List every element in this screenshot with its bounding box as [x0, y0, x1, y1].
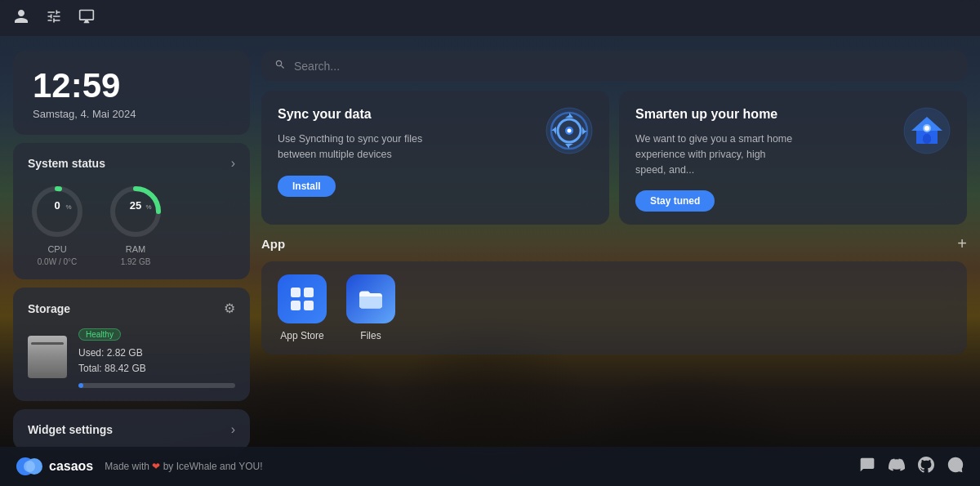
app-section-title: App: [261, 237, 285, 251]
syncthing-icon: [546, 107, 593, 158]
svg-text:%: %: [65, 203, 71, 211]
files-item[interactable]: Files: [346, 274, 395, 341]
casaos-wordmark: casaos: [49, 459, 93, 474]
app-store-icon: [278, 274, 327, 323]
chat-bubble-icon[interactable]: [947, 457, 964, 477]
left-panel: 12:59 Samstag, 4. Mai 2024 System status…: [13, 51, 250, 486]
sync-card: Sync your data Use Syncthing to sync you…: [261, 91, 609, 225]
svg-point-12: [568, 129, 572, 133]
promo-cards: Sync your data Use Syncthing to sync you…: [261, 91, 967, 225]
storage-widget: Storage ⚙ Healthy Used: 2.82 GB Total: 8…: [13, 288, 250, 401]
ram-sub: 1.92 GB: [121, 257, 151, 266]
svg-point-19: [924, 126, 929, 131]
widget-settings-button[interactable]: Widget settings ›: [13, 409, 250, 450]
github-icon[interactable]: [918, 457, 934, 477]
system-status-title: System status: [28, 157, 105, 170]
storage-info: Healthy Used: 2.82 GB Total: 88.42 GB: [78, 326, 235, 388]
app-grid: App Store Files: [261, 261, 967, 354]
stay-tuned-button[interactable]: Stay tuned: [635, 190, 715, 212]
casaos-logo: casaos: [16, 457, 93, 475]
svg-point-26: [24, 461, 35, 472]
svg-rect-20: [291, 288, 301, 297]
clock-date: Samstag, 4. Mai 2024: [33, 108, 230, 120]
discord-icon[interactable]: [889, 457, 905, 477]
cpu-gauge: 0 % CPU 0.0W / 0°C: [28, 182, 87, 266]
smart-home-desc: We want to give you a smart home experie…: [635, 132, 799, 177]
gear-icon[interactable]: ⚙: [224, 301, 235, 316]
person-icon[interactable]: [13, 8, 29, 29]
storage-bar-track: [78, 383, 235, 388]
svg-rect-23: [304, 301, 314, 310]
bottombar: casaos Made with ❤ by IceWhale and YOU!: [0, 447, 980, 486]
cpu-label: CPU: [47, 244, 66, 254]
casaos-bubble-icon: [16, 457, 42, 475]
smarthome-icon: [903, 107, 951, 158]
svg-rect-17: [923, 134, 931, 144]
monitor-icon[interactable]: [78, 8, 95, 29]
svg-text:0: 0: [54, 199, 60, 212]
bottom-icons: [859, 457, 964, 477]
svg-rect-22: [291, 301, 301, 310]
clock-time: 12:59: [33, 69, 230, 103]
main-content: 12:59 Samstag, 4. Mai 2024 System status…: [0, 36, 980, 486]
search-bar: [261, 51, 967, 81]
storage-used: Used: 2.82 GB Total: 88.42 GB: [78, 346, 235, 377]
sync-card-desc: Use Syncthing to sync your files between…: [278, 132, 441, 163]
cpu-gauge-svg: 0 %: [28, 182, 87, 241]
svg-rect-21: [304, 288, 314, 297]
files-icon: [346, 274, 395, 323]
app-store-name: App Store: [280, 330, 323, 341]
storage-header: Storage ⚙: [28, 301, 235, 316]
ram-label: RAM: [126, 244, 145, 254]
clock-widget: 12:59 Samstag, 4. Mai 2024: [13, 51, 250, 135]
system-status-widget: System status › 0 % CPU 0.0W / 0°C: [13, 143, 250, 279]
message-square-icon[interactable]: [859, 457, 875, 477]
cpu-sub: 0.0W / 0°C: [38, 257, 77, 266]
system-status-header: System status ›: [28, 156, 235, 171]
svg-text:25: 25: [130, 199, 141, 212]
gauges-row: 0 % CPU 0.0W / 0°C 25 % RAM 1.92 GB: [28, 182, 235, 266]
disk-icon: [28, 336, 67, 378]
ram-gauge-svg: 25 %: [106, 182, 165, 241]
ram-gauge: 25 % RAM 1.92 GB: [106, 182, 165, 266]
search-input[interactable]: [294, 60, 954, 73]
svg-text:%: %: [145, 203, 151, 211]
right-panel: Sync your data Use Syncthing to sync you…: [261, 51, 967, 486]
topbar: [0, 0, 980, 36]
install-button[interactable]: Install: [278, 176, 336, 197]
app-store-item[interactable]: App Store: [278, 274, 327, 341]
chevron-right-icon[interactable]: ›: [231, 156, 235, 171]
widget-settings-label: Widget settings: [28, 423, 113, 436]
chevron-right-icon-settings: ›: [231, 422, 235, 437]
storage-bar-fill: [78, 383, 83, 388]
search-icon: [274, 59, 286, 73]
add-icon[interactable]: +: [957, 234, 967, 253]
healthy-badge: Healthy: [78, 328, 121, 341]
files-name: Files: [360, 330, 381, 341]
storage-title: Storage: [28, 302, 70, 315]
storage-content: Healthy Used: 2.82 GB Total: 88.42 GB: [28, 326, 235, 388]
sliders-icon[interactable]: [46, 8, 62, 29]
app-section-header: App +: [261, 234, 967, 253]
smart-home-card: Smarten up your home We want to give you…: [619, 91, 967, 225]
svg-point-0: [34, 189, 80, 234]
storage-total-text: Total: 88.42 GB: [78, 361, 235, 377]
storage-used-text: Used: 2.82 GB: [78, 346, 235, 361]
casaos-tagline: Made with ❤ by IceWhale and YOU!: [105, 461, 262, 472]
